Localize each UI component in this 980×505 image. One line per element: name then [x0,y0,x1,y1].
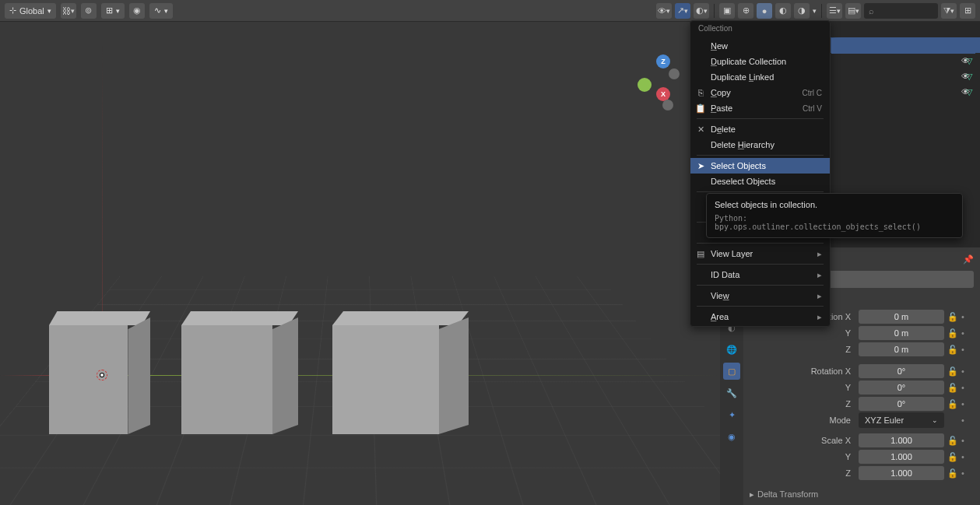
shading-solid[interactable]: ● [757,3,772,19]
menu-delete-hierarchy[interactable]: Delete Hierarchy [690,137,830,153]
cube-top-face [49,311,150,325]
scale-x-value[interactable]: 1.000 [859,433,944,447]
keyframe-dot[interactable]: • [961,345,969,354]
menu-deselect-objects[interactable]: Deselect Objects [690,174,830,189]
lock-icon[interactable]: 🔓 [947,436,958,446]
world-icon: 🌐 [726,345,737,355]
tab-object[interactable]: ▢ [723,363,740,380]
menu-area[interactable]: Area▸ [690,309,830,324]
menu-select-objects[interactable]: ➤ Select Objects [690,158,830,174]
rotation-y-value[interactable]: 0° [859,381,944,395]
keyframe-dot[interactable]: • [961,399,969,409]
location-z-value[interactable]: 0 m [859,342,944,356]
layers-icon: ▤ [695,249,706,259]
funnel-icon: ⧩ [943,5,950,16]
filter-dropdown[interactable]: ⧩▾ [941,3,957,19]
lock-icon[interactable]: 🔓 [947,399,958,409]
scale-z-row: Z 1.000 🔓 • [750,465,974,481]
menu-duplicate-linked[interactable]: Duplicate Linked [690,69,830,85]
shading-wire[interactable]: ⊕ [738,3,753,19]
lock-icon[interactable]: 🔓 [947,452,958,462]
keyframe-dot[interactable]: • [961,383,969,392]
menu-separator [697,155,824,156]
xray-toggle[interactable]: ▣ [719,3,735,19]
neg-axis-handle[interactable] [669,68,680,79]
gizmo-dropdown[interactable]: ↗▾ [675,3,690,19]
menu-separator [697,264,824,265]
nav-gizmo[interactable]: Z X [644,54,683,117]
rotation-x-value[interactable]: 0° [859,364,944,378]
keyframe-dot[interactable]: • [961,366,969,376]
tab-world[interactable]: 🌐 [723,341,740,358]
eye-icon[interactable]: 👁 [958,56,972,65]
shading-options[interactable]: ▾ [813,7,817,15]
menu-delete[interactable]: ✕ Delete [690,121,830,137]
menu-label: View Layer [711,249,753,258]
new-collection-button[interactable]: ⊞ [960,3,975,19]
tab-modifiers[interactable]: 🔧 [723,384,740,402]
lock-icon[interactable]: 🔓 [947,383,958,393]
location-x-value[interactable]: 0 m [859,310,944,324]
scale-y-value[interactable]: 1.000 [859,450,944,464]
eye-icon[interactable]: 👁 [958,72,972,81]
shading-matprev[interactable]: ◐ [775,3,791,19]
menu-new[interactable]: New [690,38,830,54]
snap-toggle[interactable]: ⊚ [81,3,97,19]
cube-object-3[interactable] [332,311,469,436]
delta-transform-header[interactable]: ▸ Delta Transform [750,486,974,503]
rotation-mode-dropdown[interactable]: XYZ Euler ⌄ [859,412,944,428]
keyframe-dot[interactable]: • [961,312,969,321]
menu-id-data[interactable]: ID Data▸ [690,267,830,282]
menu-copy[interactable]: ⎘ Copy Ctrl C [690,85,830,100]
menu-view-layer[interactable]: ▤ View Layer▸ [690,246,830,261]
z-label: Z [750,468,855,478]
overlay-dropdown[interactable]: ◐▾ [694,3,709,19]
pivot-dropdown[interactable]: ⛓▾ [61,3,76,19]
shading-rendered[interactable]: ◑ [794,3,810,19]
keyframe-dot[interactable]: • [961,452,969,461]
lock-icon[interactable]: 🔓 [947,312,958,322]
outliner-filter-dropdown[interactable]: ▤▾ [845,3,861,19]
rotation-x-row: Rotation X 0° 🔓 • [750,363,974,379]
outliner-search[interactable]: ⌕ [864,3,938,19]
eye-icon[interactable]: 👁 [958,87,972,96]
y-axis-handle[interactable] [638,78,652,92]
xray-icon: ▣ [723,5,731,16]
menu-paste[interactable]: 📋 Paste Ctrl V [690,100,830,116]
z-axis-handle[interactable]: Z [656,54,670,68]
scale-z-value[interactable]: 1.000 [859,466,944,480]
solid-icon: ● [762,6,767,16]
outliner-display-dropdown[interactable]: ☰▾ [827,3,842,19]
lock-icon[interactable]: 🔓 [947,366,958,377]
keyframe-dot[interactable]: • [961,468,969,478]
neg-axis-handle[interactable] [662,100,673,110]
falloff-dropdown[interactable]: ∿▾ [149,3,173,19]
snap-type[interactable]: ⊞▾ [101,3,125,19]
menu-view[interactable]: View▸ [690,288,830,303]
cube-top-face [332,311,469,325]
lock-icon[interactable]: 🔓 [947,328,958,338]
lock-icon[interactable]: 🔓 [947,468,958,479]
pin-icon[interactable]: 📌 [963,254,974,265]
keyframe-dot[interactable]: • [961,328,969,338]
tab-physics[interactable]: ◉ [723,428,740,445]
cube-object-2[interactable] [181,311,298,436]
tooltip: Select objects in collection. Python: bp… [706,193,963,238]
orientation-dropdown[interactable]: ⊹ Global ▾ [5,3,56,19]
3d-viewport[interactable]: Z X [0,22,720,505]
eye-icon: 👁 [658,6,666,16]
keyframe-dot[interactable]: • [961,416,969,425]
mode-value: XYZ Euler [865,416,904,425]
rotation-z-value[interactable]: 0° [859,397,944,411]
visibility-dropdown[interactable]: 👁▾ [656,3,672,19]
location-y-value[interactable]: 0 m [859,326,944,340]
lock-icon[interactable]: 🔓 [947,345,958,355]
tab-particles[interactable]: ✦ [723,406,740,423]
menu-separator [697,306,824,307]
menu-separator [697,243,824,244]
menu-duplicate-collection[interactable]: Duplicate Collection [690,54,830,69]
proportional-toggle[interactable]: ◉ [129,3,145,19]
y-label: Y [750,452,855,461]
keyframe-dot[interactable]: • [961,436,969,445]
circle-icon: ◉ [133,5,141,16]
